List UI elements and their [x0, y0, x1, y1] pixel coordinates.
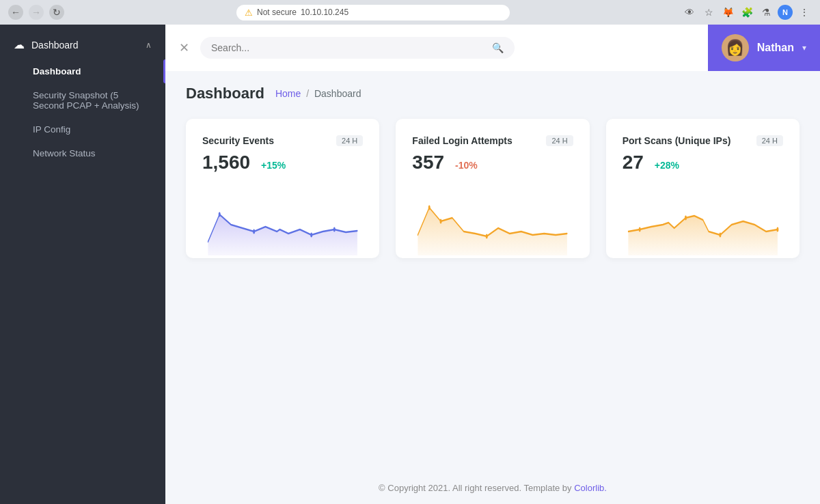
svg-point-8: [486, 234, 488, 239]
failed-logins-title: Failed Login Attempts: [412, 135, 512, 146]
reload-button[interactable]: ↻: [49, 5, 64, 20]
sidebar-item-dashboard[interactable]: Dashboard: [0, 59, 165, 83]
footer: © Copyright 2021. All right reserved. Te…: [165, 472, 820, 504]
back-button[interactable]: ←: [8, 5, 23, 20]
svg-point-1: [219, 212, 221, 217]
svg-point-10: [638, 227, 640, 232]
user-badge[interactable]: 👩 Nathan ▾: [708, 25, 820, 71]
svg-point-4: [333, 227, 336, 232]
close-icon[interactable]: ✕: [179, 40, 189, 55]
menu-icon[interactable]: ⋮: [797, 5, 812, 20]
main-area: ✕ 🔍 ⤢ 👩 Nathan ▾ Dashboard Home / Dashbo…: [165, 25, 820, 504]
security-events-card: Security Events 24 H 1,560 +15%: [186, 119, 379, 258]
port-scans-change: +28%: [655, 160, 679, 171]
sidebar-section-title-wrap: ☁ Dashboard: [14, 38, 79, 51]
port-scans-title: Port Scans (Unique IPs): [623, 135, 731, 146]
browser-actions: 👁 ☆ 🦊 🧩 ⚗ N ⋮: [682, 5, 812, 20]
failed-logins-values: 357 -10%: [412, 152, 573, 173]
breadcrumb-home[interactable]: Home: [275, 88, 301, 99]
sidebar-section-title: Dashboard: [31, 40, 79, 51]
card-header-security: Security Events 24 H: [202, 135, 363, 146]
footer-link[interactable]: Colorlib.: [574, 483, 607, 493]
forward-button[interactable]: →: [29, 5, 44, 20]
svg-point-3: [310, 233, 312, 238]
sidebar-section-header[interactable]: ☁ Dashboard ∧: [0, 30, 165, 59]
svg-point-7: [440, 219, 442, 224]
profile-icon[interactable]: N: [778, 5, 793, 20]
page-header: Dashboard Home / Dashboard: [186, 85, 800, 102]
eye-slash-icon[interactable]: 👁: [682, 5, 697, 20]
footer-text: © Copyright 2021. All right reserved. Te…: [379, 483, 571, 493]
svg-point-2: [253, 229, 255, 234]
search-bar[interactable]: 🔍: [200, 37, 515, 59]
sidebar-item-security-snapshot[interactable]: Security Snapshot (5 Second PCAP + Analy…: [0, 83, 165, 117]
security-warning-icon: ⚠: [245, 8, 253, 18]
sidebar-chevron-icon: ∧: [146, 40, 152, 50]
app-container: ☁ Dashboard ∧ Dashboard Security Snapsho…: [0, 25, 820, 504]
svg-point-12: [719, 233, 721, 238]
port-scans-chart: [623, 187, 783, 255]
port-scans-values: 27 +28%: [623, 152, 783, 173]
address-bar[interactable]: ⚠ Not secure 10.10.10.245: [236, 5, 510, 20]
user-name: Nathan: [757, 42, 794, 54]
svg-point-6: [428, 206, 430, 210]
failed-logins-badge: 24 H: [546, 135, 573, 146]
card-header-logins: Failed Login Attempts 24 H: [412, 135, 573, 146]
search-icon: 🔍: [492, 42, 504, 53]
port-scans-badge: 24 H: [756, 135, 783, 146]
user-chevron-icon: ▾: [802, 43, 806, 53]
svg-marker-9: [628, 216, 778, 255]
security-events-title: Security Events: [202, 135, 274, 146]
sidebar-section-dashboard: ☁ Dashboard ∧ Dashboard Security Snapsho…: [0, 25, 165, 171]
bookmark-icon[interactable]: ☆: [701, 5, 716, 20]
failed-logins-card: Failed Login Attempts 24 H 357 -10%: [396, 119, 589, 258]
svg-point-13: [776, 227, 778, 232]
failed-logins-value: 357: [412, 152, 444, 173]
security-events-change: +15%: [261, 160, 286, 171]
sidebar: ☁ Dashboard ∧ Dashboard Security Snapsho…: [0, 25, 165, 504]
card-header-portscans: Port Scans (Unique IPs) 24 H: [623, 135, 783, 146]
security-label: Not secure: [257, 8, 297, 17]
breadcrumb-current: Dashboard: [314, 88, 361, 99]
port-scans-value: 27: [623, 152, 644, 173]
cards-grid: Security Events 24 H 1,560 +15%: [186, 119, 800, 258]
firefox-icon[interactable]: 🦊: [720, 5, 735, 20]
search-input[interactable]: [211, 42, 487, 53]
failed-logins-change: -10%: [455, 160, 478, 171]
user-avatar: 👩: [722, 34, 749, 61]
security-events-values: 1,560 +15%: [202, 152, 363, 173]
security-events-badge: 24 H: [336, 135, 363, 146]
top-bar: ✕ 🔍 ⤢ 👩 Nathan ▾: [165, 25, 820, 71]
flask-icon[interactable]: ⚗: [758, 5, 774, 20]
svg-point-11: [685, 216, 687, 221]
security-events-value: 1,560: [202, 152, 250, 173]
svg-marker-0: [208, 214, 357, 255]
sidebar-item-ip-config[interactable]: IP Config: [0, 117, 165, 141]
port-scans-card: Port Scans (Unique IPs) 24 H 27 +28%: [606, 119, 800, 258]
page-title: Dashboard: [186, 85, 264, 102]
url-display: 10.10.10.245: [301, 8, 348, 17]
breadcrumb: Home / Dashboard: [275, 88, 361, 99]
page-content: Dashboard Home / Dashboard Security Even…: [165, 71, 820, 472]
sidebar-item-network-status[interactable]: Network Status: [0, 141, 165, 165]
security-events-chart: [202, 187, 363, 255]
browser-chrome: ← → ↻ ⚠ Not secure 10.10.10.245 👁 ☆ 🦊 🧩 …: [0, 0, 820, 25]
extensions-icon[interactable]: 🧩: [739, 5, 754, 20]
breadcrumb-separator: /: [306, 88, 309, 99]
failed-logins-chart: [412, 187, 573, 255]
cloud-icon: ☁: [14, 38, 25, 51]
